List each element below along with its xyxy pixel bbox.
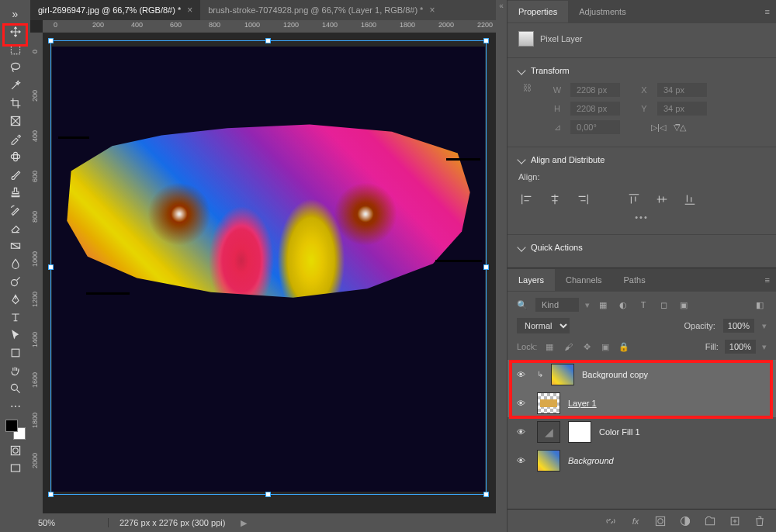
height-value[interactable]: 2208 px <box>570 102 620 116</box>
gradient-tool[interactable] <box>4 237 27 254</box>
transform-handle[interactable] <box>483 492 489 497</box>
y-value[interactable]: 34 px <box>657 102 707 116</box>
tab-adjustments[interactable]: Adjustments <box>568 1 637 22</box>
fill-value[interactable]: 100% <box>725 340 756 354</box>
fill-thumbnail[interactable]: ◢ <box>537 421 560 443</box>
lock-paint-icon[interactable]: 🖌 <box>562 340 574 353</box>
filter-toggle[interactable]: ◧ <box>753 298 767 312</box>
align-top-icon[interactable] <box>625 191 643 208</box>
panel-menu-icon[interactable]: ≡ <box>759 275 776 285</box>
transform-handle[interactable] <box>48 492 54 497</box>
zoom-tool[interactable] <box>4 379 27 397</box>
mask-thumbnail[interactable] <box>568 421 591 443</box>
expand-icon[interactable]: » <box>4 5 27 22</box>
fx-icon[interactable]: fx <box>629 514 643 528</box>
mask-icon[interactable] <box>653 514 667 528</box>
section-header[interactable]: Quick Actions <box>518 243 765 252</box>
quickmask-icon[interactable] <box>4 441 27 459</box>
visibility-icon[interactable]: 👁 <box>517 456 529 465</box>
layer-name[interactable]: Background <box>568 456 614 465</box>
path-select-tool[interactable] <box>4 326 27 344</box>
layer-thumbnail[interactable] <box>537 450 560 472</box>
frame-tool[interactable] <box>4 112 27 130</box>
type-tool[interactable] <box>4 308 27 326</box>
flip-vertical-icon[interactable]: ▽̅△ <box>674 123 686 133</box>
more-tools-icon[interactable]: ⋯ <box>4 397 27 415</box>
group-icon[interactable] <box>703 514 717 528</box>
align-left-icon[interactable] <box>518 191 535 208</box>
layer-name[interactable]: Layer 1 <box>568 399 597 408</box>
filter-shape-icon[interactable]: ◻ <box>656 298 670 312</box>
angle-value[interactable]: 0,00° <box>570 120 620 134</box>
lock-move-icon[interactable]: ✥ <box>580 340 593 353</box>
stamp-tool[interactable] <box>4 183 27 201</box>
layer-name[interactable]: Background copy <box>582 370 648 379</box>
crop-tool[interactable] <box>4 94 27 112</box>
brush-tool[interactable] <box>4 165 27 183</box>
filter-smart-icon[interactable]: ▣ <box>677 298 691 312</box>
link-layers-icon[interactable] <box>604 514 618 528</box>
trash-icon[interactable] <box>753 514 767 528</box>
filter-adjust-icon[interactable]: ◐ <box>616 298 630 312</box>
transform-handle[interactable] <box>265 38 271 43</box>
visibility-icon[interactable]: 👁 <box>517 370 529 379</box>
x-value[interactable]: 34 px <box>657 83 707 97</box>
marquee-tool[interactable] <box>4 40 27 58</box>
align-bottom-icon[interactable] <box>681 191 698 208</box>
section-header[interactable]: Align and Distribute <box>518 155 765 164</box>
transform-handle[interactable] <box>265 492 271 497</box>
adjustment-icon[interactable] <box>678 514 692 528</box>
transform-handle[interactable] <box>48 264 54 270</box>
layer-thumbnail[interactable] <box>537 392 560 414</box>
lasso-tool[interactable] <box>4 58 27 76</box>
layer-row[interactable]: 👁 Background <box>508 446 776 475</box>
layer-name[interactable]: Color Fill 1 <box>599 427 640 437</box>
tab-channels[interactable]: Channels <box>555 269 612 291</box>
chevron-right-icon[interactable]: ▶ <box>241 518 247 528</box>
transform-handle[interactable] <box>48 38 54 43</box>
width-value[interactable]: 2208 px <box>570 83 620 97</box>
document-tab[interactable]: brush-stroke-7074928.png @ 66,7% (Layer … <box>200 0 442 20</box>
blur-tool[interactable] <box>4 254 27 272</box>
lock-transparent-icon[interactable]: ▦ <box>543 340 556 353</box>
document-tab-active[interactable]: girl-2696947.jpg @ 66,7% (RGB/8#) * × <box>30 0 200 20</box>
eraser-tool[interactable] <box>4 219 27 237</box>
collapse-icon[interactable]: « <box>496 0 507 10</box>
healing-tool[interactable] <box>4 147 27 165</box>
layer-row[interactable]: 👁 Layer 1 <box>508 389 776 417</box>
filter-type-icon[interactable]: T <box>636 298 650 312</box>
flip-horizontal-icon[interactable]: ▷|◁ <box>651 123 666 133</box>
visibility-icon[interactable]: 👁 <box>517 399 529 408</box>
wand-tool[interactable] <box>4 76 27 94</box>
panel-menu-icon[interactable]: ≡ <box>759 7 776 16</box>
filter-kind[interactable]: Kind <box>535 298 579 312</box>
layer-thumbnail[interactable] <box>551 364 574 385</box>
tab-paths[interactable]: Paths <box>613 269 656 291</box>
lock-artboard-icon[interactable]: ▣ <box>599 340 611 353</box>
layer-row[interactable]: 👁 ↳ Background copy <box>508 360 776 389</box>
section-header[interactable]: Transform <box>518 66 765 75</box>
link-icon[interactable]: ⛓ <box>518 83 536 92</box>
shape-tool[interactable] <box>4 344 27 361</box>
new-layer-icon[interactable] <box>728 514 742 528</box>
dodge-tool[interactable] <box>4 272 27 290</box>
tab-properties[interactable]: Properties <box>508 1 568 22</box>
screenmode-icon[interactable] <box>4 459 27 477</box>
pen-tool[interactable] <box>4 290 27 308</box>
close-icon[interactable]: × <box>187 5 192 16</box>
more-icon[interactable]: ••• <box>518 208 765 226</box>
visibility-icon[interactable]: 👁 <box>517 427 529 437</box>
filter-pixel-icon[interactable]: ▦ <box>596 298 610 312</box>
tab-layers[interactable]: Layers <box>508 269 555 291</box>
history-brush-tool[interactable] <box>4 201 27 219</box>
align-right-icon[interactable] <box>574 191 591 208</box>
transform-handle[interactable] <box>483 264 489 270</box>
move-tool[interactable] <box>4 22 27 40</box>
foreground-background-colors[interactable] <box>4 418 27 441</box>
lock-all-icon[interactable]: 🔒 <box>618 340 630 353</box>
eyedropper-tool[interactable] <box>4 130 27 147</box>
align-vcenter-icon[interactable] <box>653 191 670 208</box>
hand-tool[interactable] <box>4 361 27 379</box>
blend-mode-select[interactable]: Normal <box>517 318 570 333</box>
search-icon[interactable]: 🔍 <box>517 300 529 310</box>
